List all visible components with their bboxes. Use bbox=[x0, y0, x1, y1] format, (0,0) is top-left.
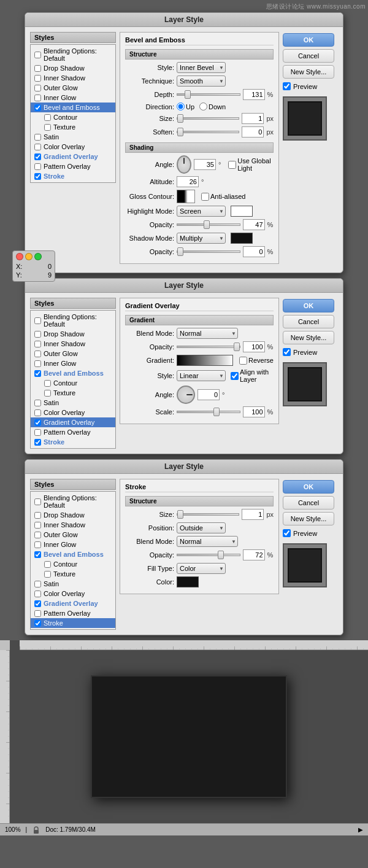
stroke-opacity-slider[interactable] bbox=[177, 554, 240, 556]
new-style-button-3[interactable]: New Style... bbox=[283, 512, 334, 525]
preview-toggle-3[interactable]: Preview bbox=[283, 529, 338, 537]
style2-stroke-checkbox[interactable] bbox=[34, 439, 41, 446]
style3-gradient-overlay-checkbox[interactable] bbox=[34, 600, 41, 607]
anti-aliased-checkbox[interactable] bbox=[201, 193, 209, 201]
gradient-swatch[interactable] bbox=[177, 355, 233, 366]
style-inner-glow-checkbox[interactable] bbox=[34, 95, 41, 101]
direction-up-radio[interactable] bbox=[177, 103, 185, 110]
style2-drop-shadow-checkbox[interactable] bbox=[34, 331, 41, 338]
preview-toggle-2[interactable]: Preview bbox=[283, 348, 338, 356]
style3-pattern-overlay-checkbox[interactable] bbox=[34, 610, 41, 617]
soften-input[interactable] bbox=[242, 126, 264, 138]
style2-color-overlay-checkbox[interactable] bbox=[34, 409, 41, 416]
style3-satin-checkbox[interactable] bbox=[34, 581, 41, 587]
shadow-mode-select[interactable]: Multiply bbox=[177, 233, 226, 244]
style2-contour[interactable]: Contour bbox=[31, 378, 115, 388]
style3-texture[interactable]: Texture bbox=[31, 569, 115, 579]
style3-texture-checkbox[interactable] bbox=[44, 571, 51, 578]
style3-inner-glow-checkbox[interactable] bbox=[34, 541, 41, 548]
angle-input-2[interactable] bbox=[197, 389, 220, 400]
style-blending-options[interactable]: Blending Options: Default bbox=[31, 46, 115, 63]
shadow-opacity-input[interactable] bbox=[243, 246, 265, 257]
style2-gradient-overlay-checkbox[interactable] bbox=[34, 419, 41, 426]
stroke-blend-select[interactable]: Normal bbox=[177, 536, 238, 547]
style3-inner-glow[interactable]: Inner Glow bbox=[31, 540, 115, 549]
blend-mode-select-2[interactable]: Normal bbox=[177, 328, 238, 339]
style3-contour-checkbox[interactable] bbox=[44, 561, 51, 568]
style3-satin[interactable]: Satin bbox=[31, 579, 115, 589]
style2-bevel-checkbox[interactable] bbox=[34, 370, 41, 377]
style3-stroke-checkbox[interactable] bbox=[34, 620, 41, 627]
style3-bevel-checkbox[interactable] bbox=[34, 551, 41, 558]
tl-yellow[interactable] bbox=[25, 253, 33, 260]
style3-outer-glow-checkbox[interactable] bbox=[34, 532, 41, 538]
contour-thumb[interactable] bbox=[177, 190, 195, 203]
style2-contour-checkbox[interactable] bbox=[44, 380, 51, 387]
cancel-button-3[interactable]: Cancel bbox=[283, 496, 334, 510]
opacity-slider-2[interactable] bbox=[177, 346, 240, 348]
stroke-opacity-input[interactable] bbox=[243, 549, 265, 560]
size-slider[interactable] bbox=[177, 117, 239, 120]
global-light-label[interactable]: Use Global Light bbox=[228, 157, 274, 172]
align-with-layer-checkbox[interactable] bbox=[231, 372, 239, 380]
angle-dial[interactable] bbox=[177, 155, 191, 174]
altitude-input[interactable] bbox=[177, 176, 199, 187]
style2-inner-shadow[interactable]: Inner Shadow bbox=[31, 339, 115, 349]
style3-outer-glow[interactable]: Outer Glow bbox=[31, 530, 115, 540]
style3-bevel[interactable]: Bevel and Emboss bbox=[31, 549, 115, 559]
style-blending-checkbox[interactable] bbox=[34, 52, 41, 58]
style2-texture-checkbox[interactable] bbox=[44, 390, 51, 397]
style-select[interactable]: Inner Bevel bbox=[177, 62, 226, 73]
style3-pattern-overlay[interactable]: Pattern Overlay bbox=[31, 608, 115, 618]
style2-texture[interactable]: Texture bbox=[31, 388, 115, 398]
style-satin[interactable]: Satin bbox=[31, 132, 115, 142]
direction-down-radio[interactable] bbox=[199, 103, 207, 110]
style2-satin[interactable]: Satin bbox=[31, 398, 115, 408]
angle-input[interactable] bbox=[194, 159, 216, 170]
stroke-size-slider[interactable] bbox=[177, 513, 239, 516]
style-select-2[interactable]: Linear bbox=[177, 370, 226, 381]
style2-gradient-overlay[interactable]: Gradient Overlay bbox=[31, 417, 115, 427]
style-outer-glow[interactable]: Outer Glow bbox=[31, 83, 115, 93]
style3-color-overlay[interactable]: Color Overlay bbox=[31, 589, 115, 599]
highlight-color-swatch[interactable] bbox=[231, 206, 253, 217]
style-texture-checkbox[interactable] bbox=[44, 124, 51, 131]
stroke-position-select[interactable]: Outside bbox=[177, 522, 226, 533]
style-pattern-overlay[interactable]: Pattern Overlay bbox=[31, 161, 115, 171]
style2-outer-glow-checkbox[interactable] bbox=[34, 351, 41, 357]
stroke-size-input[interactable] bbox=[242, 509, 264, 520]
ok-button-3[interactable]: OK bbox=[283, 480, 334, 494]
style3-color-overlay-checkbox[interactable] bbox=[34, 591, 41, 597]
preview-checkbox-3[interactable] bbox=[283, 529, 291, 537]
soften-slider[interactable] bbox=[177, 131, 239, 133]
style-gradient-overlay[interactable]: Gradient Overlay bbox=[31, 152, 115, 161]
style-drop-shadow-checkbox[interactable] bbox=[34, 65, 41, 72]
highlight-opacity-slider[interactable] bbox=[177, 223, 240, 226]
cancel-button-1[interactable]: Cancel bbox=[283, 49, 334, 63]
style3-contour[interactable]: Contour bbox=[31, 559, 115, 569]
fill-type-select[interactable]: Color bbox=[177, 563, 226, 574]
style2-bevel[interactable]: Bevel and Emboss bbox=[31, 368, 115, 378]
style-inner-glow[interactable]: Inner Glow bbox=[31, 93, 115, 103]
style2-color-overlay[interactable]: Color Overlay bbox=[31, 408, 115, 417]
style-drop-shadow[interactable]: Drop Shadow bbox=[31, 63, 115, 73]
style-color-overlay-checkbox[interactable] bbox=[34, 144, 41, 150]
style2-drop-shadow[interactable]: Drop Shadow bbox=[31, 329, 115, 339]
style2-pattern-overlay[interactable]: Pattern Overlay bbox=[31, 427, 115, 437]
reverse-label[interactable]: Reverse bbox=[239, 357, 274, 365]
style-satin-checkbox[interactable] bbox=[34, 134, 41, 141]
style3-inner-shadow-checkbox[interactable] bbox=[34, 522, 41, 529]
style-gradient-overlay-checkbox[interactable] bbox=[34, 153, 41, 160]
highlight-mode-select[interactable]: Screen bbox=[177, 206, 226, 217]
style2-stroke[interactable]: Stroke bbox=[31, 437, 115, 447]
style2-outer-glow[interactable]: Outer Glow bbox=[31, 349, 115, 358]
ok-button-2[interactable]: OK bbox=[283, 299, 334, 312]
style-bevel-emboss[interactable]: Bevel and Emboss bbox=[31, 103, 115, 112]
align-with-layer-label[interactable]: Align with Layer bbox=[231, 368, 274, 383]
style2-inner-shadow-checkbox[interactable] bbox=[34, 341, 41, 347]
style2-satin-checkbox[interactable] bbox=[34, 400, 41, 406]
style-color-overlay[interactable]: Color Overlay bbox=[31, 142, 115, 152]
opacity-input-2[interactable] bbox=[243, 341, 265, 352]
direction-down-label[interactable]: Down bbox=[199, 103, 226, 110]
scale-input-2[interactable] bbox=[243, 406, 265, 417]
